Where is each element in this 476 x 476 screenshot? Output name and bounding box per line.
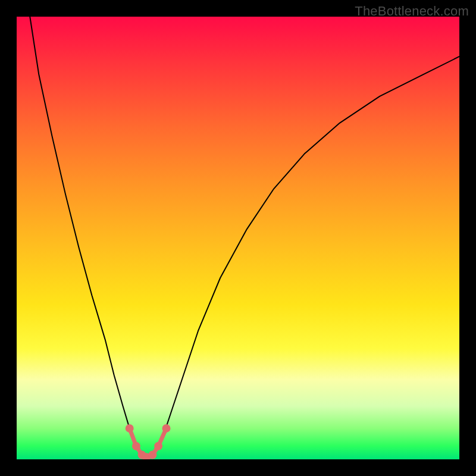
highlight-dot [162, 424, 171, 433]
bottleneck-curve-svg [17, 17, 459, 459]
highlight-dot [126, 424, 134, 433]
plot-area [17, 17, 459, 459]
watermark-text: TheBottleneck.com [355, 4, 469, 19]
highlight-dot [148, 451, 156, 459]
highlight-dot [132, 442, 140, 450]
highlight-dot [154, 442, 162, 450]
curve-path [30, 17, 459, 457]
